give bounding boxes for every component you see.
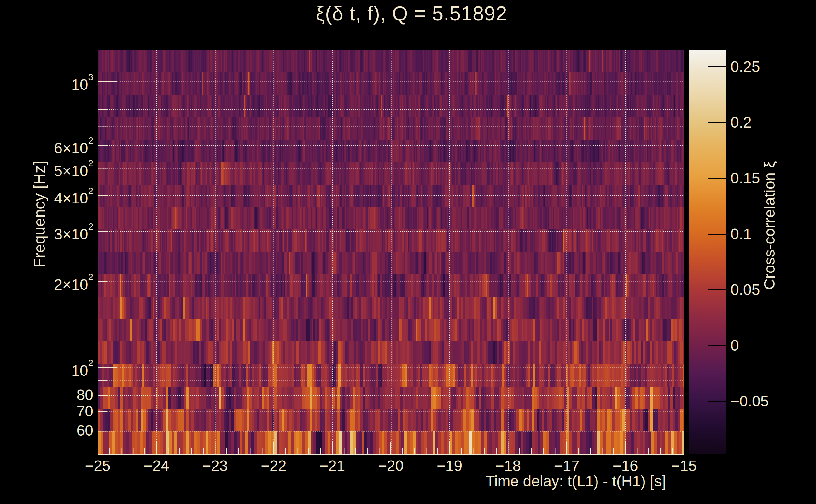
y-tick-label: 60	[13, 422, 93, 439]
x-tick-label: −23	[183, 457, 247, 474]
colorbar-tickmark	[709, 345, 726, 346]
y-tick-label: 4×102	[13, 186, 93, 203]
x-tick-label: −17	[535, 457, 598, 474]
colorbar-tickmark	[709, 401, 726, 402]
x-tick-label: −20	[359, 457, 422, 474]
colorbar-tickmark	[709, 289, 726, 290]
y-tick-label: 70	[13, 403, 93, 420]
colorbar-tickmark	[709, 234, 726, 235]
y-tick-label: 3×102	[13, 222, 93, 239]
y-tick-label: 80	[13, 387, 93, 404]
y-tick-label: 2×102	[13, 273, 93, 290]
colorbar-tick-label: −0.05	[731, 393, 813, 410]
x-tick-label: −21	[301, 457, 364, 474]
x-tick-label: −19	[418, 457, 481, 474]
chart-title: ξ(δ t, f), Q = 5.51892	[98, 2, 725, 25]
colorbar-title: Cross-correlation ξ	[761, 50, 778, 290]
x-axis-title: Time delay: t(L1) - t(H1) [s]	[347, 473, 666, 490]
colorbar-tickmark	[709, 178, 726, 179]
y-tick-label: 103	[13, 73, 93, 90]
qtransform-figure: ξ(δ t, f), Q = 5.51892 Frequency [Hz] 10…	[0, 0, 816, 504]
colorbar-tickmark	[709, 122, 726, 123]
y-tick-label: 102	[13, 359, 93, 376]
y-tick-label: 6×102	[13, 136, 93, 153]
x-tick-label: −16	[594, 457, 657, 474]
heatmap-canvas	[98, 50, 684, 455]
x-tick-label: −24	[125, 457, 188, 474]
x-tick-label: −18	[476, 457, 539, 474]
x-tick-label: −22	[242, 457, 305, 474]
colorbar-gradient	[689, 50, 726, 454]
x-tick-label: −15	[652, 457, 716, 474]
colorbar-tickmark	[709, 66, 726, 67]
y-tick-label: 5×102	[13, 159, 93, 176]
colorbar-tick-label: 0	[731, 337, 813, 354]
x-tick-label: −25	[66, 457, 129, 474]
